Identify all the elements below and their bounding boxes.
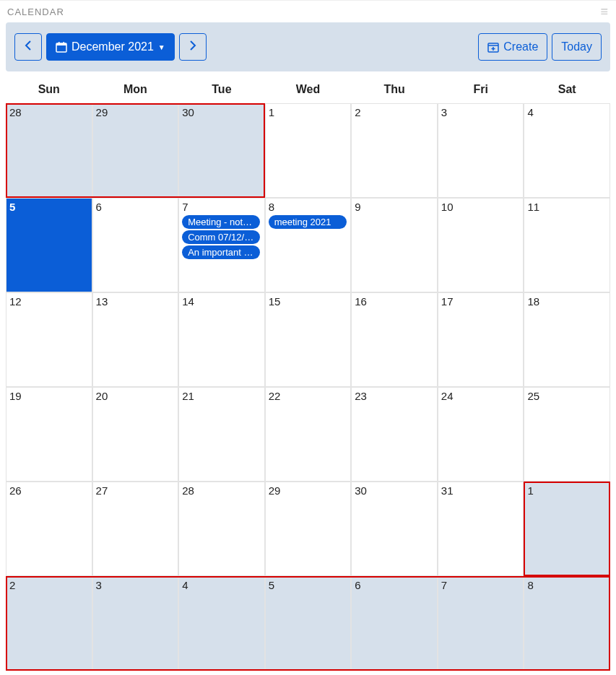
day-number: 24 [441, 390, 454, 402]
day-cell[interactable]: 7Meeting - not i…Comm 07/12/21An importa… [178, 198, 265, 292]
day-cell[interactable]: 2 [6, 576, 92, 671]
day-number: 10 [441, 201, 454, 213]
day-cell[interactable]: 17 [438, 292, 524, 387]
day-number: 9 [355, 201, 360, 213]
day-cell[interactable]: 15 [265, 292, 352, 387]
day-cell[interactable]: 31 [438, 482, 524, 576]
day-cell[interactable]: 1 [524, 482, 610, 576]
day-number: 4 [527, 106, 533, 118]
prev-month-button[interactable] [14, 33, 42, 61]
caret-down-icon: ▼ [158, 43, 165, 51]
day-number: 31 [441, 484, 454, 497]
day-cell[interactable]: 20 [92, 387, 179, 482]
week-row: 2627282930311 [6, 482, 610, 576]
day-cell[interactable]: 27 [92, 482, 179, 576]
svg-rect-3 [64, 42, 65, 44]
svg-rect-1 [56, 43, 66, 45]
day-cell[interactable]: 5 [6, 198, 92, 292]
day-header: Tue [178, 77, 265, 103]
calendar-toolbar: December 2021 ▼ Create Today [6, 22, 610, 71]
day-number: 2 [9, 579, 15, 591]
week-row: 2829301234 [6, 103, 610, 198]
day-number: 4 [182, 579, 188, 591]
day-number: 17 [441, 295, 454, 308]
event-pill[interactable]: meeting 2021 [269, 215, 347, 229]
day-cell[interactable]: 13 [92, 292, 179, 387]
chevron-left-icon [25, 40, 32, 53]
day-header: Sun [6, 77, 92, 103]
day-number: 3 [441, 106, 447, 118]
day-number: 15 [269, 295, 281, 308]
chevron-right-icon [189, 40, 196, 53]
event-pill[interactable]: An important ta… [182, 245, 260, 259]
day-cell[interactable]: 4 [178, 576, 265, 671]
calendar-icon [56, 41, 67, 53]
day-cell[interactable]: 18 [524, 292, 610, 387]
day-cell[interactable]: 5 [265, 576, 352, 671]
day-number: 1 [527, 484, 533, 497]
day-number: 1 [269, 106, 274, 118]
day-cell[interactable]: 12 [6, 292, 92, 387]
day-number: 7 [441, 579, 447, 591]
day-header-row: SunMonTueWedThuFriSat [6, 77, 610, 103]
day-number: 13 [96, 295, 108, 308]
toolbar-right: Create Today [478, 33, 602, 61]
week-row: 12131415161718 [6, 292, 610, 387]
day-cell[interactable]: 23 [351, 387, 438, 482]
day-cell[interactable]: 9 [351, 198, 438, 292]
day-cell[interactable]: 29 [265, 482, 352, 576]
calendar-grid: SunMonTueWedThuFriSat 2829301234567Meeti… [6, 77, 610, 671]
toolbar-left: December 2021 ▼ [14, 33, 207, 61]
day-cell[interactable]: 3 [438, 103, 524, 198]
day-cell[interactable]: 25 [524, 387, 610, 482]
day-cell[interactable]: 6 [351, 576, 438, 671]
day-cell[interactable]: 22 [265, 387, 352, 482]
day-cell[interactable]: 30 [178, 103, 265, 198]
day-cell[interactable]: 8 [524, 576, 610, 671]
day-cell[interactable]: 21 [178, 387, 265, 482]
day-cell[interactable]: 11 [524, 198, 610, 292]
event-pill[interactable]: Comm 07/12/21 [182, 230, 260, 244]
calendar-weeks: 2829301234567Meeting - not i…Comm 07/12/… [6, 103, 610, 671]
day-cell[interactable]: 28 [6, 103, 92, 198]
hamburger-icon[interactable]: ≡ [600, 5, 609, 18]
create-button[interactable]: Create [478, 33, 547, 61]
day-cell[interactable]: 2 [351, 103, 438, 198]
day-header: Fri [438, 77, 524, 103]
day-number: 20 [96, 390, 108, 402]
day-number: 23 [355, 390, 367, 402]
month-picker-button[interactable]: December 2021 ▼ [46, 33, 175, 61]
calendar-panel: CALENDAR ≡ December 2021 ▼ [0, 0, 616, 671]
day-number: 27 [96, 484, 108, 497]
day-number: 29 [269, 484, 281, 497]
day-cell[interactable]: 16 [351, 292, 438, 387]
day-cell[interactable]: 3 [92, 576, 179, 671]
week-row: 2345678 [6, 576, 610, 671]
day-cell[interactable]: 28 [178, 482, 265, 576]
day-cell[interactable]: 26 [6, 482, 92, 576]
day-number: 14 [182, 295, 194, 308]
day-number: 8 [269, 201, 274, 213]
day-cell[interactable]: 14 [178, 292, 265, 387]
day-cell[interactable]: 1 [265, 103, 352, 198]
day-cell[interactable]: 24 [438, 387, 524, 482]
day-cell[interactable]: 8meeting 2021 [265, 198, 352, 292]
day-cell[interactable]: 10 [438, 198, 524, 292]
panel-title: CALENDAR [7, 6, 64, 17]
day-header: Thu [351, 77, 438, 103]
day-number: 28 [182, 484, 194, 497]
day-cell[interactable]: 4 [524, 103, 610, 198]
day-number: 8 [527, 579, 533, 591]
day-header: Sat [524, 77, 610, 103]
day-header: Wed [265, 77, 352, 103]
today-button[interactable]: Today [552, 33, 602, 61]
day-cell[interactable]: 19 [6, 387, 92, 482]
day-cell[interactable]: 29 [92, 103, 179, 198]
next-month-button[interactable] [179, 33, 207, 61]
day-cell[interactable]: 6 [92, 198, 179, 292]
create-label: Create [503, 40, 538, 53]
event-pill[interactable]: Meeting - not i… [182, 215, 260, 229]
day-cell[interactable]: 30 [351, 482, 438, 576]
month-label: December 2021 [71, 40, 154, 53]
day-cell[interactable]: 7 [438, 576, 524, 671]
